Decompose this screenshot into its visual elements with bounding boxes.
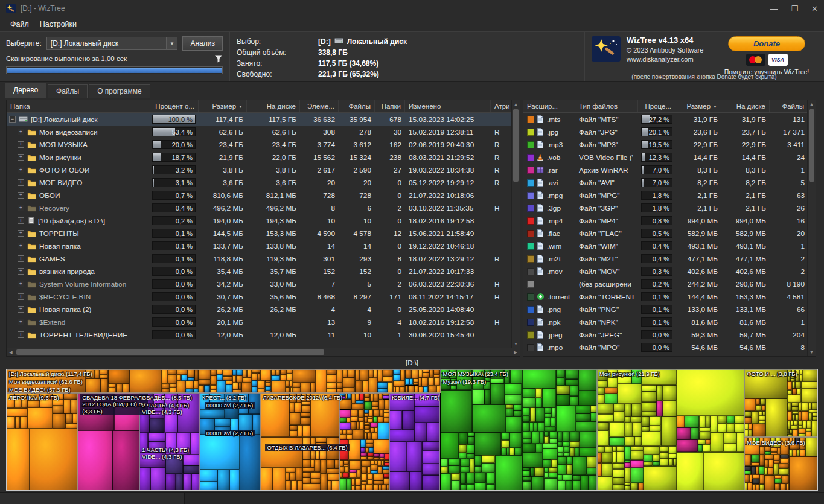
treemap-block[interactable] <box>699 416 706 427</box>
treemap-block[interactable] <box>302 437 310 459</box>
treemap-block[interactable] <box>252 380 257 386</box>
treemap-block[interactable] <box>355 485 361 490</box>
treemap-block[interactable] <box>372 401 378 406</box>
scroll-up-icon[interactable]: ▲ <box>808 100 816 108</box>
treemap-block[interactable] <box>343 377 354 388</box>
treemap-block[interactable] <box>86 378 100 393</box>
treemap-block[interactable] <box>243 369 247 377</box>
treemap-block[interactable] <box>787 381 792 390</box>
treemap-block[interactable] <box>260 468 272 490</box>
treemap-block[interactable] <box>774 475 782 479</box>
treemap-block[interactable] <box>805 437 817 456</box>
column-header[interactable]: Элеме... <box>300 100 339 112</box>
treemap-block[interactable] <box>441 467 449 473</box>
treemap-block[interactable] <box>428 386 436 393</box>
treemap-block[interactable] <box>276 369 280 375</box>
treemap-block[interactable] <box>383 377 393 382</box>
treemap-block[interactable] <box>393 369 400 374</box>
treemap-block[interactable] <box>271 369 276 375</box>
treemap-block[interactable] <box>280 369 287 375</box>
treemap-block[interactable] <box>631 446 644 451</box>
treemap-block[interactable] <box>286 387 290 393</box>
treemap-block[interactable] <box>232 369 237 375</box>
treemap-block[interactable] <box>240 435 260 490</box>
treemap-block[interactable] <box>339 473 343 478</box>
treemap-block[interactable] <box>803 421 806 429</box>
treemap-block[interactable] <box>371 470 378 474</box>
column-header[interactable]: Процент о... <box>149 100 199 112</box>
treemap-block[interactable] <box>27 407 53 428</box>
treemap-block[interactable] <box>661 416 677 446</box>
treemap-block[interactable] <box>613 469 624 477</box>
treemap-block[interactable] <box>418 386 423 393</box>
treemap-block[interactable] <box>570 441 580 447</box>
treemap-block[interactable] <box>295 403 301 413</box>
treemap-block[interactable] <box>762 405 765 411</box>
treemap-block[interactable] <box>321 474 328 490</box>
treemap-block[interactable] <box>587 468 596 475</box>
treemap-block[interactable] <box>564 447 570 453</box>
treemap-block[interactable] <box>736 432 744 452</box>
treemap-block[interactable] <box>65 423 78 429</box>
treemap-block[interactable] <box>544 432 549 437</box>
treemap-block[interactable] <box>414 386 418 393</box>
treemap-block[interactable] <box>7 429 30 490</box>
treemap-block[interactable] <box>343 430 347 435</box>
treemap-block[interactable] <box>673 458 677 466</box>
treemap-block[interactable] <box>811 403 817 409</box>
treemap-block[interactable] <box>358 418 363 421</box>
treemap-block[interactable] <box>474 482 485 490</box>
extension-row[interactable]: .m2tФайл "M2T"0,4 %477,1 МБ477,1 МБ2 <box>523 252 807 265</box>
treemap-block[interactable] <box>112 430 139 490</box>
treemap-block[interactable] <box>778 447 781 455</box>
treemap-block[interactable] <box>383 478 389 485</box>
treemap-block[interactable] <box>642 391 656 402</box>
treemap-block[interactable] <box>549 432 557 438</box>
treemap-block[interactable] <box>441 390 473 432</box>
tab-tree[interactable]: Дерево <box>5 83 46 98</box>
treemap-block[interactable] <box>301 417 310 425</box>
extension-row[interactable]: .torrentФайл "TORRENT0,1 %144,4 МБ153,3 … <box>523 290 807 303</box>
treemap-block[interactable] <box>773 464 779 475</box>
treemap-block[interactable] <box>460 484 467 490</box>
treemap-block[interactable] <box>718 416 727 423</box>
treemap-block[interactable] <box>389 410 403 430</box>
treemap-block[interactable] <box>625 423 633 436</box>
treemap-block[interactable] <box>506 416 522 432</box>
treemap-block[interactable] <box>191 474 200 490</box>
treemap-block[interactable] <box>405 378 409 385</box>
treemap-block[interactable] <box>624 468 631 483</box>
treemap-block[interactable] <box>557 480 566 490</box>
treemap-block[interactable] <box>211 369 217 375</box>
treemap-block[interactable] <box>749 474 752 482</box>
treemap-block[interactable] <box>808 403 811 409</box>
treemap-block[interactable] <box>795 437 799 444</box>
treemap-block[interactable] <box>364 429 370 433</box>
treemap-block[interactable] <box>800 369 803 375</box>
treemap-block[interactable] <box>374 369 378 378</box>
treemap-block[interactable] <box>423 386 428 393</box>
treemap-block[interactable] <box>747 482 753 490</box>
treemap-block[interactable] <box>650 426 661 432</box>
treemap-block[interactable] <box>168 375 177 384</box>
treemap-block[interactable] <box>787 390 792 395</box>
treemap-block[interactable] <box>414 393 441 406</box>
treemap-block[interactable] <box>347 430 353 435</box>
expand-toggle[interactable]: + <box>18 230 24 237</box>
treemap-block[interactable] <box>441 383 451 390</box>
treemap-block[interactable] <box>40 398 53 407</box>
treemap-block[interactable] <box>764 475 774 490</box>
treemap-block[interactable] <box>199 380 211 385</box>
treemap-block[interactable] <box>625 436 634 446</box>
tree-vertical-scrollbar[interactable]: ▲ ▼ <box>511 100 520 348</box>
menu-settings[interactable]: Настройки <box>34 19 82 30</box>
treemap-block[interactable] <box>289 393 296 403</box>
treemap-block[interactable] <box>327 375 337 383</box>
treemap-block[interactable] <box>529 422 534 432</box>
treemap-block[interactable] <box>545 407 552 413</box>
treemap-block[interactable] <box>749 430 752 437</box>
treemap-block[interactable] <box>613 412 625 422</box>
treemap-block[interactable] <box>412 369 418 378</box>
treemap-block[interactable] <box>698 439 706 444</box>
treemap-block[interactable] <box>468 436 474 444</box>
